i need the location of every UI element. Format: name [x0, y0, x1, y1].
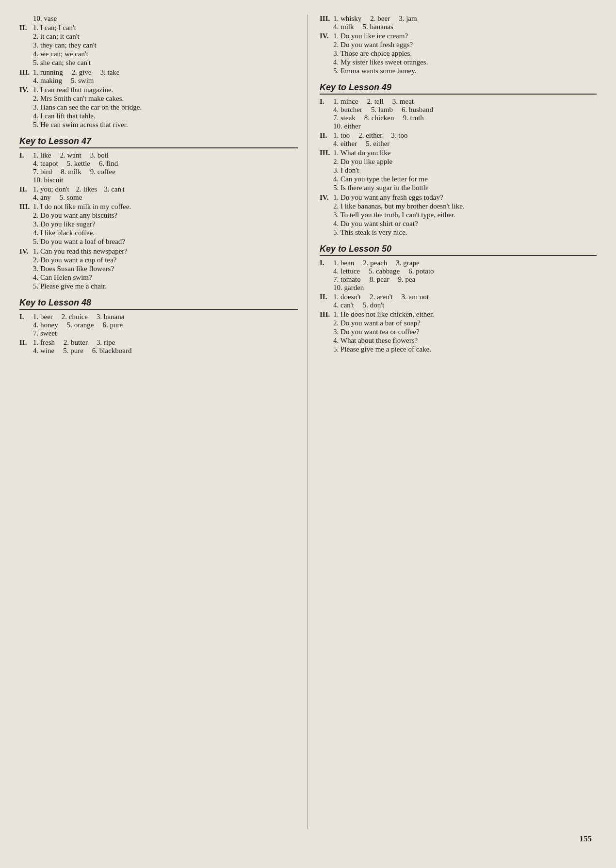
- list-item: 10. either: [333, 122, 361, 130]
- list-item: 2. tell: [367, 97, 384, 106]
- lesson50-III: III. 1. He does not like chicken, either…: [320, 310, 597, 354]
- list-item: 1. Do you like ice cream?: [333, 32, 597, 40]
- roman-label-III: III.: [320, 15, 333, 23]
- list-item: 9. pea: [398, 275, 415, 284]
- list-item: 4. My sister likes sweet oranges.: [333, 58, 597, 66]
- list-item: 1. He does not like chicken, either.: [333, 310, 597, 319]
- roman-label-IV: IV.: [320, 32, 333, 40]
- lesson47-III: III. 1. I do not like milk in my coffee.…: [19, 203, 298, 246]
- list-item: 2. it can; it can't: [33, 32, 298, 41]
- list-item: 1. too: [333, 131, 350, 140]
- list-item: 3. I don't: [333, 166, 597, 175]
- roman-label-III: III.: [19, 68, 33, 77]
- list-item: 3. banana: [97, 313, 124, 321]
- list-item: 2. Do you want any biscuits?: [33, 211, 298, 220]
- inline-row: 1. mince 2. tell 3. meat: [333, 97, 597, 106]
- inline-row: 1. fresh 2. butter 3. ripe: [33, 338, 298, 347]
- list-item: 4. honey: [33, 321, 58, 329]
- list-item: 2. choice: [62, 313, 88, 321]
- list-item: 2. give: [72, 68, 92, 77]
- list-item: 4. I can lift that table.: [33, 112, 298, 120]
- section-IV-content: 1. I can read that magazine. 2. Mrs Smit…: [33, 86, 298, 129]
- inline-row: 4. honey 5. orange 6. pure: [33, 321, 298, 329]
- list-item: 6. husband: [402, 106, 433, 114]
- list-item: 1. I can read that magazine.: [33, 86, 298, 94]
- list-item: 2. want: [60, 151, 81, 160]
- list-item: 3. boil: [90, 151, 109, 160]
- inline-row: 4. lettuce 5. cabbage 6. potato: [333, 267, 597, 275]
- inline-row: 1. you; don't 2. likes 3. can't: [33, 185, 298, 193]
- list-item: 6. potato: [408, 267, 434, 275]
- roman-label: II.: [320, 131, 333, 140]
- lesson50-II: II. 1. doesn't 2. aren't 3. am not 4. ca…: [320, 293, 597, 309]
- roman-label: II.: [19, 338, 33, 347]
- inline-row: 4. either 5. either: [333, 140, 597, 148]
- list-item: 5. Please give me a chair.: [33, 282, 298, 290]
- lesson48-II: II. 1. fresh 2. butter 3. ripe 4. wine 5…: [19, 338, 298, 355]
- inline-row: 1. like 2. want 3. boil: [33, 151, 298, 160]
- inline-row: 10. biscuit: [33, 176, 298, 184]
- list-item: 2. either: [358, 131, 382, 140]
- inline-row: 1. running 2. give 3. take: [33, 68, 298, 77]
- list-item: 10. garden: [333, 284, 364, 292]
- list-item: 5. bananas: [363, 23, 393, 31]
- lesson47-IV: IV. 1. Can you read this newspaper? 2. D…: [19, 247, 298, 291]
- inline-row: 4. milk 5. bananas: [333, 23, 597, 31]
- list-item: 4. either: [333, 140, 357, 148]
- lesson49-III: III. 1. What do you like 2. Do you like …: [320, 149, 597, 193]
- inline-row: 1. too 2. either 3. too: [333, 131, 597, 140]
- list-item: 4. Can Helen swim?: [33, 273, 298, 282]
- list-item: 5. some: [60, 193, 82, 202]
- list-item: 3. Do you want tea or coffee?: [333, 328, 597, 336]
- list-item: 2. Do you want a cup of tea?: [33, 256, 298, 264]
- inline-row: 1. bean 2. peach 3. grape: [333, 259, 597, 267]
- list-item: 9. coffee: [90, 168, 115, 176]
- lesson49-heading: Key to Lesson 49: [320, 82, 597, 95]
- list-item: 3. Does Susan like flowers?: [33, 265, 298, 273]
- list-item: 2. peach: [363, 259, 387, 267]
- list-item: 4. making: [33, 77, 62, 85]
- section-IV: IV. 1. I can read that magazine. 2. Mrs …: [19, 86, 298, 129]
- list-item: 3. take: [100, 68, 120, 77]
- list-item: 3. too: [391, 131, 407, 140]
- roman-label: II.: [320, 293, 333, 301]
- list-item: 4. any: [33, 193, 51, 202]
- roman-label: I.: [19, 313, 33, 321]
- page-number: 155: [19, 834, 597, 844]
- lesson50-I: I. 1. bean 2. peach 3. grape 4. lettuce …: [320, 259, 597, 292]
- roman-label: IV.: [19, 247, 33, 256]
- inline-row: 4. butcher 5. lamb 6. husband: [333, 106, 597, 114]
- list-item: 4. I like black coffee.: [33, 229, 298, 237]
- list-item: 8. pear: [370, 275, 389, 284]
- list-item: 5. she can; she can't: [33, 59, 298, 67]
- list-item: 1. I can; I can't: [33, 24, 298, 32]
- list-item: 4. Can you type the letter for me: [333, 175, 597, 183]
- inline-row: 7. steak 8. chicken 9. truth: [333, 114, 597, 122]
- list-item: 1. fresh: [33, 338, 55, 347]
- list-item: 6. find: [99, 160, 118, 168]
- list-item: 1. you; don't: [33, 185, 69, 193]
- inline-row: 7. bird 8. milk 9. coffee: [33, 168, 298, 176]
- right-column: III. 1. whisky 2. beer 3. jam 4. milk 5.…: [308, 15, 597, 829]
- list-item: 1. running: [33, 68, 63, 77]
- list-item: 5. cabbage: [369, 267, 400, 275]
- list-item: 5. Emma wants some honey.: [333, 67, 597, 75]
- list-item: 4. teapot: [33, 160, 58, 168]
- list-item: 2. I like bananas, but my brother doesn'…: [333, 202, 597, 210]
- inline-row: 4. wine 5. pure 6. blackboard: [33, 347, 298, 355]
- list-item: 3. Do you like sugar?: [33, 220, 298, 228]
- list-item: 3. am not: [402, 293, 429, 301]
- list-item: 3. To tell you the truth, I can't type, …: [333, 211, 597, 219]
- list-item: 3. Hans can see the car on the bridge.: [33, 103, 298, 112]
- top-item-vase: 10. vase: [19, 15, 298, 23]
- roman-label: II.: [19, 185, 33, 193]
- section-III-content: 1. running 2. give 3. take 4. making 5. …: [33, 68, 298, 85]
- roman-label: I.: [320, 97, 333, 106]
- list-item: 2. aren't: [370, 293, 393, 301]
- list-item: 6. pure: [102, 321, 123, 329]
- roman-label-II: II.: [19, 24, 33, 32]
- right-section-III: III. 1. whisky 2. beer 3. jam 4. milk 5.…: [320, 15, 597, 31]
- section-III: III. 1. running 2. give 3. take 4. makin…: [19, 68, 298, 85]
- list-item: 9. truth: [403, 114, 423, 122]
- list-item: 5. swim: [71, 77, 94, 85]
